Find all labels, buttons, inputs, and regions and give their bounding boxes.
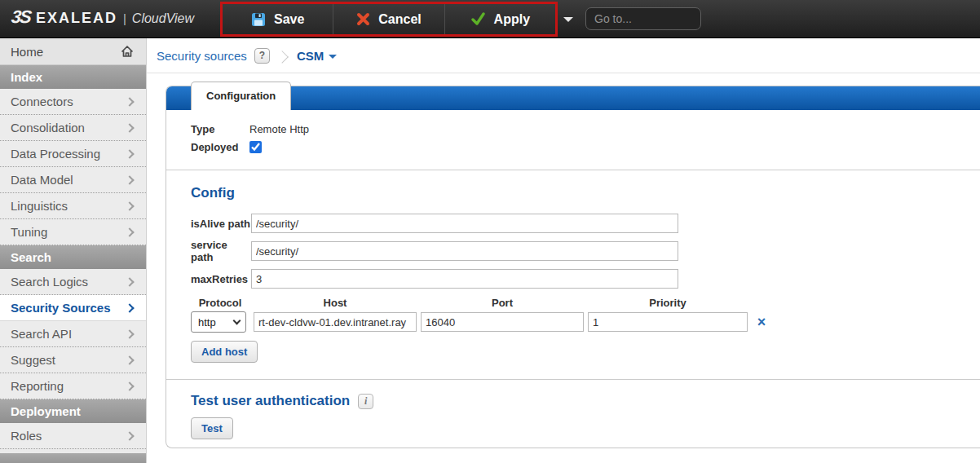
chevron-right-icon xyxy=(125,123,134,132)
sidebar-item-search-api[interactable]: Search API xyxy=(0,321,146,347)
test-auth-heading: Test user authentication xyxy=(191,393,350,409)
sidebar-item-label: Security Sources xyxy=(11,301,111,315)
protocol-select[interactable]: http xyxy=(191,311,246,333)
help-badge-icon[interactable]: ? xyxy=(254,48,270,64)
breadcrumb-current-csm-dropdown[interactable]: CSM xyxy=(297,49,337,63)
sidebar-section-label: Deployment xyxy=(11,404,81,418)
priority-input[interactable] xyxy=(588,312,748,332)
host-column-header: Host xyxy=(254,297,417,309)
chevron-right-icon xyxy=(125,227,134,236)
ds-logo-mark-icon: 3S xyxy=(11,7,32,28)
sidebar-item-label: Data Processing xyxy=(11,147,100,161)
tab-strip: Configuration xyxy=(166,86,980,110)
isalive-path-label: isAlive path xyxy=(191,218,251,230)
remove-host-icon[interactable]: × xyxy=(752,315,771,329)
save-button[interactable]: Save xyxy=(223,4,333,34)
actions-dropdown-caret-icon[interactable] xyxy=(563,17,573,22)
deployed-checkbox[interactable] xyxy=(249,141,262,153)
brand-name: EXALEAD xyxy=(36,10,117,27)
protocol-select-wrap: http xyxy=(191,311,246,333)
action-button-group-highlighted: Save Cancel Apply xyxy=(220,2,558,37)
sidebar-item-home[interactable]: Home xyxy=(0,38,146,65)
chevron-right-icon xyxy=(125,149,134,158)
tab-configuration[interactable]: Configuration xyxy=(191,82,291,110)
sidebar-item-tuning[interactable]: Tuning xyxy=(0,219,146,245)
panel-body: Type Remote Http Deployed Config isAlive… xyxy=(166,110,980,439)
sidebar-item-reporting[interactable]: Reporting xyxy=(0,373,146,399)
sidebar-item-label: Consolidation xyxy=(11,121,85,134)
chevron-right-icon xyxy=(125,431,134,440)
sidebar-item-label: Data Model xyxy=(11,173,73,187)
sidebar-item-label: Search Logics xyxy=(11,275,88,289)
sidebar-item-label: Roles xyxy=(11,429,42,443)
port-column-header: Port xyxy=(421,297,584,309)
cancel-button-label: Cancel xyxy=(378,12,421,27)
sidebar-section-partial xyxy=(0,453,146,463)
test-button[interactable]: Test xyxy=(191,417,233,439)
sidebar-section-label: Index xyxy=(11,70,42,84)
save-button-label: Save xyxy=(274,12,304,27)
cancel-x-icon xyxy=(356,12,370,26)
hosts-table-header: Protocol Host Port Priority xyxy=(191,297,965,309)
sidebar-section-index: Index xyxy=(0,65,146,89)
product-name: CloudView xyxy=(132,11,194,26)
host-input[interactable] xyxy=(254,312,417,332)
service-path-input[interactable] xyxy=(251,241,678,261)
maxretries-input[interactable] xyxy=(251,269,678,289)
test-auth-section: Test user authentication i Test xyxy=(191,380,965,439)
isalive-path-input[interactable] xyxy=(251,214,678,233)
info-badge-icon[interactable]: i xyxy=(358,394,373,409)
sidebar-item-search-logics[interactable]: Search Logics xyxy=(0,269,146,295)
sidebar-item-roles[interactable]: Roles xyxy=(0,423,146,449)
test-auth-heading-row: Test user authentication i xyxy=(191,393,965,409)
chevron-right-icon xyxy=(125,97,134,106)
deployed-row: Deployed xyxy=(191,141,965,153)
sidebar-section-label: Search xyxy=(11,250,51,264)
breadcrumb-current-label: CSM xyxy=(297,49,324,63)
sidebar-item-suggest[interactable]: Suggest xyxy=(0,347,146,373)
configuration-panel: Configuration Type Remote Http Deployed … xyxy=(166,86,980,448)
top-bar: 3S EXALEAD | CloudView Save Cancel Apply xyxy=(0,0,980,38)
apply-button[interactable]: Apply xyxy=(444,4,555,34)
sidebar-section-deployment: Deployment xyxy=(0,399,146,423)
chevron-down-icon xyxy=(329,55,337,59)
chevron-right-icon xyxy=(125,303,134,312)
sidebar-item-consolidation[interactable]: Consolidation xyxy=(0,115,146,141)
sidebar-item-linguistics[interactable]: Linguistics xyxy=(0,193,146,219)
sidebar-item-connectors[interactable]: Connectors xyxy=(0,89,146,115)
chevron-right-icon xyxy=(125,201,134,210)
sidebar-item-label: Tuning xyxy=(11,225,47,239)
chevron-right-icon xyxy=(125,381,134,390)
sidebar-item-data-model[interactable]: Data Model xyxy=(0,167,146,193)
chevron-right-icon xyxy=(125,175,134,184)
sidebar-nav: Home Index Connectors Consolidation Data… xyxy=(0,38,147,463)
deployed-label: Deployed xyxy=(191,141,249,153)
protocol-column-header: Protocol xyxy=(191,297,249,309)
home-icon xyxy=(120,44,135,59)
service-path-label: service path xyxy=(191,239,251,263)
type-row: Type Remote Http xyxy=(191,123,965,135)
goto-input[interactable] xyxy=(585,7,701,30)
apply-button-label: Apply xyxy=(494,12,530,27)
sidebar-home-label: Home xyxy=(11,45,43,59)
actions-column-header xyxy=(752,297,771,309)
cancel-button[interactable]: Cancel xyxy=(333,4,444,34)
host-row: http × xyxy=(191,311,965,333)
config-section: Config isAlive path service path maxRetr… xyxy=(191,170,965,363)
breadcrumb: Security sources ? CSM xyxy=(147,38,980,73)
logo-separator: | xyxy=(123,11,126,25)
sidebar-item-data-processing[interactable]: Data Processing xyxy=(0,141,146,167)
config-fields: isAlive path service path maxRetries xyxy=(191,214,965,289)
apply-check-icon xyxy=(470,12,486,26)
chevron-right-icon xyxy=(125,329,134,338)
breadcrumb-security-sources-link[interactable]: Security sources xyxy=(157,49,247,63)
sidebar-item-security-sources[interactable]: Security Sources xyxy=(0,295,146,321)
port-input[interactable] xyxy=(421,312,584,332)
add-host-button[interactable]: Add host xyxy=(191,341,258,363)
save-floppy-icon xyxy=(251,12,266,27)
type-label: Type xyxy=(191,123,249,135)
exalead-cloudview-logo: 3S EXALEAD | CloudView xyxy=(11,7,194,28)
maxretries-label: maxRetries xyxy=(191,273,251,285)
type-value: Remote Http xyxy=(249,123,309,135)
priority-column-header: Priority xyxy=(588,297,748,309)
